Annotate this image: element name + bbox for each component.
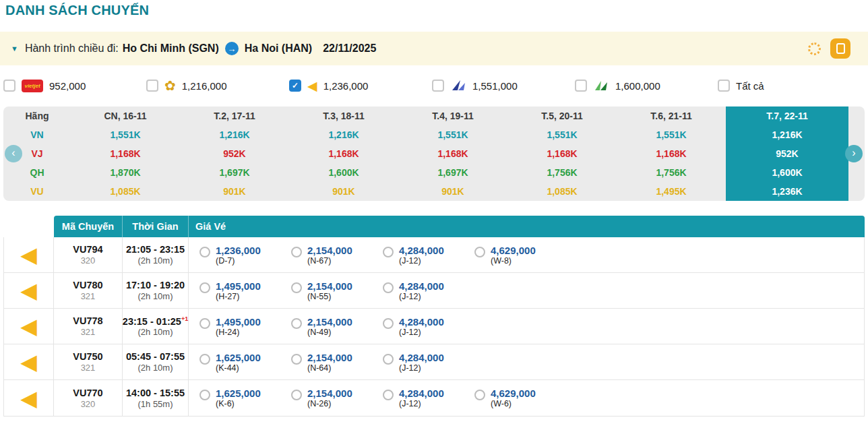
aircraft-type: 320 (81, 399, 96, 409)
fare-option[interactable]: 1,625,000(K-44) (199, 352, 291, 373)
calendar-day-header[interactable]: T.6, 21-11 (617, 106, 726, 125)
checkbox-all[interactable] (718, 80, 730, 92)
flight-duration: (2h 10m) (137, 291, 173, 301)
fare-radio[interactable] (474, 247, 485, 257)
calendar-price-cell[interactable]: 1,168K (398, 144, 507, 163)
flight-time: 17:10 - 19:20 (126, 280, 185, 290)
fare-price: 4,284,000 (399, 316, 444, 328)
calendar-price-cell[interactable]: 1,551K (398, 125, 507, 144)
calendar-next-button[interactable]: › (845, 145, 863, 162)
aircraft-type: 321 (81, 363, 96, 373)
calendar-price-cell[interactable]: 1,697K (180, 163, 289, 182)
calendar-price-cell[interactable]: 1,756K (507, 163, 617, 182)
calendar-price-cell[interactable]: 1,495K (617, 182, 726, 201)
fare-option[interactable]: 4,629,000(W-6) (474, 388, 566, 408)
fare-radio[interactable] (474, 390, 485, 400)
fare-class: (N-49) (307, 328, 352, 337)
calendar-prev-button[interactable]: ‹ (5, 145, 22, 162)
fare-option[interactable]: 4,284,000(J-12) (383, 280, 474, 301)
calendar-price-cell[interactable]: 1,085K (507, 182, 617, 201)
airline-filter-vietravel[interactable]: ✓ ◀ 1,236,000 (289, 80, 432, 92)
calendar-price-cell[interactable]: 1,168K (289, 144, 398, 163)
fare-option[interactable]: 4,284,000(J-12) (383, 388, 474, 408)
fare-radio[interactable] (383, 354, 394, 365)
calendar-price-cell[interactable]: 1,168K (71, 144, 180, 163)
pacific-airlines-logo (450, 80, 466, 92)
fare-option[interactable]: 4,284,000(J-12) (383, 316, 474, 337)
calendar-price-cell[interactable]: 1,697K (398, 163, 507, 182)
fare-radio[interactable] (383, 247, 394, 257)
calendar-price-cell[interactable]: 1,085K (71, 182, 180, 201)
fare-option[interactable]: 1,236,000(D-7) (199, 245, 291, 266)
airline-filter-vietjet[interactable]: vietjet 952,000 (3, 80, 146, 92)
fare-option[interactable]: 4,284,000(J-12) (383, 245, 474, 266)
fare-radio[interactable] (199, 282, 210, 293)
fare-option[interactable]: 2,154,000(N-49) (291, 316, 383, 337)
flight-code: VU778 (73, 315, 102, 326)
fare-option[interactable]: 2,154,000(N-26) (291, 388, 383, 408)
calendar-price-cell[interactable]: 1,168K (617, 144, 726, 163)
fare-option[interactable]: 1,495,000(H-27) (199, 280, 291, 301)
checkbox-pacific[interactable] (432, 80, 444, 92)
checkbox-vietravel[interactable]: ✓ (289, 80, 301, 92)
bamboo-airways-logo (593, 80, 609, 92)
fare-radio[interactable] (291, 318, 302, 329)
fare-radio[interactable] (291, 247, 302, 257)
fare-option[interactable]: 1,495,000(H-24) (199, 316, 291, 337)
calendar-price-cell[interactable]: 1,216K (180, 125, 289, 144)
fare-option[interactable]: 2,154,000(N-67) (291, 245, 383, 266)
calendar-price-cell[interactable]: 1,756K (617, 163, 726, 182)
airline-logo-cell: ◀ (4, 273, 54, 308)
calendar-price-cell[interactable]: 901K (180, 182, 289, 201)
fare-option[interactable]: 2,154,000(N-55) (291, 280, 383, 301)
calendar-price-cell[interactable]: 952K (180, 144, 289, 163)
fare-option[interactable]: 2,154,000(N-64) (291, 352, 383, 373)
calendar-price-cell[interactable]: 1,551K (507, 125, 617, 144)
airline-filter-pacific[interactable]: 1,551,000 (432, 80, 575, 92)
checkbox-vietjet[interactable] (3, 80, 16, 92)
fare-option[interactable]: 4,284,000(J-12) (383, 352, 474, 373)
calendar-price-cell[interactable]: 1,168K (507, 144, 617, 163)
copy-button[interactable] (830, 38, 850, 59)
dropdown-caret-icon[interactable]: ▼ (11, 44, 18, 53)
calendar-airline-header: Hãng (3, 106, 71, 125)
calendar-price-cell[interactable]: 901K (398, 182, 507, 201)
airline-filter-vietnam-airlines[interactable]: ✿ 1,216,000 (146, 79, 289, 92)
aircraft-type: 321 (81, 327, 96, 337)
fare-options: 1,625,000(K-44) 2,154,000(N-64) 4,284,00… (189, 344, 864, 379)
calendar-price-cell[interactable]: 1,216K (289, 125, 398, 144)
airline-code: VN (3, 125, 71, 144)
fare-radio[interactable] (291, 282, 302, 293)
fare-radio[interactable] (383, 318, 394, 329)
fare-option[interactable]: 4,629,000(W-8) (474, 245, 566, 266)
calendar-day-header[interactable]: T.4, 19-11 (398, 106, 507, 125)
calendar-day-header[interactable]: T.2, 17-11 (180, 106, 289, 125)
calendar-day-header[interactable]: T.5, 20-11 (507, 106, 617, 125)
fare-radio[interactable] (291, 354, 302, 365)
checkbox-vietnam-airlines[interactable] (146, 80, 158, 92)
calendar-price-cell[interactable]: 901K (289, 182, 398, 201)
fare-radio[interactable] (199, 318, 210, 329)
fare-radio[interactable] (199, 247, 210, 257)
fare-radio[interactable] (383, 390, 394, 400)
airline-filter-bamboo[interactable]: 1,600,000 (575, 80, 718, 92)
calendar-price-cell-selected[interactable]: 952K (726, 144, 848, 163)
calendar-price-cell[interactable]: 1,551K (71, 125, 180, 144)
calendar-day-header[interactable]: T.3, 18-11 (289, 106, 398, 125)
checkbox-bamboo[interactable] (575, 80, 587, 92)
fare-option[interactable]: 1,625,000(K-6) (199, 388, 291, 408)
calendar-price-cell[interactable]: 1,600K (289, 163, 398, 182)
fare-radio[interactable] (291, 390, 302, 400)
fare-radio[interactable] (383, 282, 394, 293)
calendar-day-header[interactable]: CN, 16-11 (71, 106, 180, 125)
airline-filter-all[interactable]: Tất cả (718, 80, 861, 92)
calendar-price-cell-selected[interactable]: 1,600K (726, 163, 848, 182)
calendar-price-cell[interactable]: 1,870K (71, 163, 180, 182)
calendar-day-header-selected[interactable]: T.7, 22-11 (726, 106, 848, 125)
fare-price: 4,629,000 (491, 388, 536, 399)
fare-radio[interactable] (199, 354, 210, 365)
calendar-price-cell-selected[interactable]: 1,236K (726, 182, 848, 201)
calendar-price-cell[interactable]: 1,551K (617, 125, 726, 144)
calendar-price-cell-selected[interactable]: 1,216K (726, 125, 848, 144)
fare-radio[interactable] (199, 390, 210, 400)
